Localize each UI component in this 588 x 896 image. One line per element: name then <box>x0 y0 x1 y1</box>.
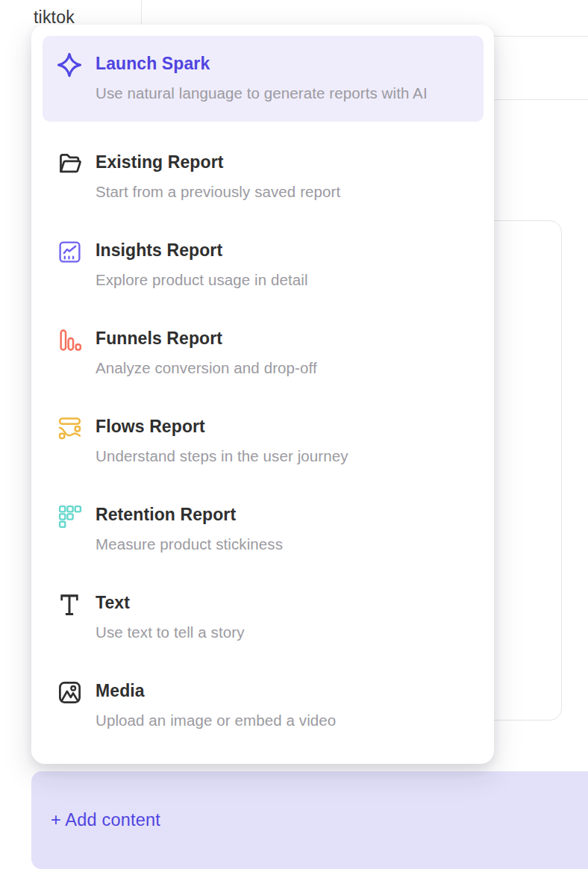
menu-item-description: Explore product usage in detail <box>96 267 463 293</box>
menu-item-description: Use natural language to generate reports… <box>96 81 463 106</box>
menu-item-launch-spark[interactable]: Launch Spark Use natural language to gen… <box>43 36 484 122</box>
menu-item-description: Analyze conversion and drop-off <box>96 355 463 381</box>
media-image-icon <box>56 679 83 706</box>
menu-item-existing-report[interactable]: Existing Report Start from a previously … <box>43 141 484 214</box>
menu-item-description: Measure product stickiness <box>96 532 463 557</box>
menu-item-title: Retention Report <box>96 503 476 526</box>
menu-item-description: Start from a previously saved report <box>96 179 463 205</box>
menu-item-title: Existing Report <box>96 150 476 174</box>
menu-item-title: Funnels Report <box>96 326 476 350</box>
menu-item-title: Media <box>96 679 476 703</box>
add-content-menu: Launch Spark Use natural language to gen… <box>31 25 494 764</box>
add-content-label: + Add content <box>51 810 160 830</box>
funnel-bars-icon <box>56 326 83 353</box>
flows-icon <box>56 414 83 441</box>
folder-open-icon <box>56 150 83 177</box>
menu-item-insights-report[interactable]: Insights Report Explore product usage in… <box>43 229 484 302</box>
retention-grid-icon <box>56 503 83 529</box>
menu-item-description: Use text to tell a story <box>96 620 463 645</box>
add-content-button[interactable]: + Add content <box>31 771 588 869</box>
menu-item-flows-report[interactable]: Flows Report Understand steps in the use… <box>43 405 484 478</box>
menu-item-title: Launch Spark <box>96 52 469 75</box>
insights-chart-icon <box>56 238 83 265</box>
menu-item-description: Upload an image or embed a video <box>96 708 463 733</box>
menu-item-title: Insights Report <box>96 238 476 262</box>
menu-item-description: Understand steps in the user journey <box>96 444 463 469</box>
menu-item-media[interactable]: Media Upload an image or embed a video <box>43 670 484 742</box>
spark-icon <box>56 52 83 78</box>
menu-item-retention-report[interactable]: Retention Report Measure product stickin… <box>43 494 484 566</box>
menu-item-title: Text <box>96 591 476 615</box>
menu-item-funnels-report[interactable]: Funnels Report Analyze conversion and dr… <box>43 317 484 390</box>
menu-item-title: Flows Report <box>96 414 476 438</box>
text-icon <box>56 591 83 617</box>
menu-item-text[interactable]: Text Use text to tell a story <box>43 582 484 654</box>
